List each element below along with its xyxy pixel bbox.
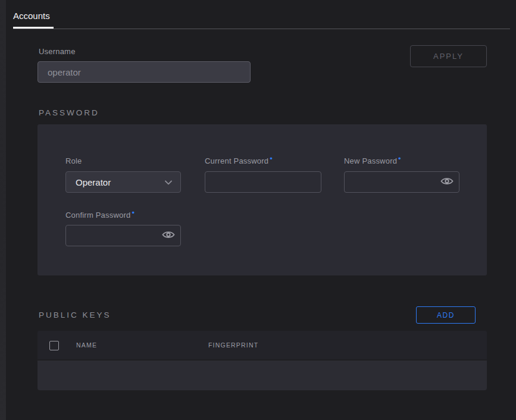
public-keys-section-title: PUBLIC KEYS	[39, 311, 111, 319]
new-password-label-text: New Password	[344, 156, 397, 165]
username-label: Username	[39, 47, 76, 56]
confirm-password-label: Confirm Password•	[65, 211, 135, 220]
current-password-field-wrap	[205, 171, 321, 193]
new-password-visibility-toggle[interactable]	[440, 177, 454, 187]
select-all-checkbox[interactable]	[49, 341, 59, 350]
role-label: Role	[65, 156, 82, 165]
new-password-label: New Password•	[344, 156, 401, 165]
new-password-field-wrap	[344, 171, 459, 193]
current-password-label-text: Current Password	[205, 156, 268, 165]
password-section-title: PASSWORD	[39, 108, 99, 117]
eye-icon	[162, 230, 175, 241]
confirm-password-visibility-toggle[interactable]	[161, 230, 176, 241]
background-strip	[0, 0, 6, 420]
eye-icon	[440, 177, 454, 187]
tab-accounts[interactable]: Accounts	[13, 11, 50, 21]
role-select[interactable]: Operator	[65, 171, 181, 193]
tab-bar-divider	[13, 29, 510, 29]
public-keys-table: NAME FINGERPRINT	[37, 331, 487, 390]
column-header-fingerprint: FINGERPRINT	[208, 341, 258, 349]
current-password-input[interactable]	[205, 171, 321, 193]
table-empty-row	[37, 361, 487, 390]
password-panel: Role Operator Current Password• New Pass…	[37, 124, 487, 275]
confirm-password-field-wrap	[65, 225, 181, 246]
username-input[interactable]	[37, 61, 251, 83]
main-panel: Accounts Username APPLY PASSWORD Role Op…	[6, 0, 516, 420]
required-marker: •	[132, 208, 135, 217]
column-header-name: NAME	[76, 341, 97, 349]
required-marker: •	[270, 154, 273, 163]
confirm-password-label-text: Confirm Password	[65, 211, 130, 220]
accounts-settings-page: Accounts Username APPLY PASSWORD Role Op…	[0, 0, 516, 420]
table-header-row: NAME FINGERPRINT	[37, 331, 487, 361]
apply-button[interactable]: APPLY	[410, 45, 487, 67]
add-public-key-button[interactable]: ADD	[416, 306, 476, 324]
chevron-down-icon	[165, 177, 172, 187]
role-selected-value: Operator	[76, 177, 111, 187]
current-password-label: Current Password•	[205, 156, 273, 165]
required-marker: •	[398, 154, 401, 163]
